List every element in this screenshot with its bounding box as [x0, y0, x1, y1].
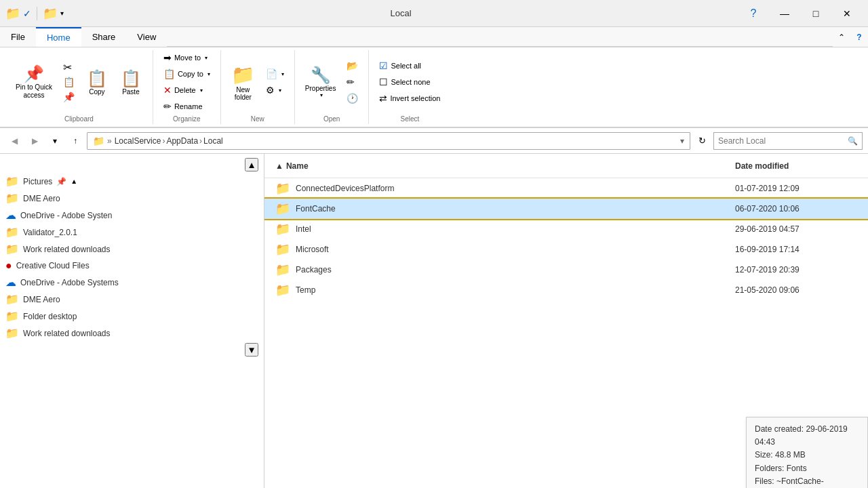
organize-label: Organize — [173, 115, 201, 124]
sidebar-item-creative-cloud[interactable]: ● Creative Cloud Files — [0, 258, 264, 274]
move-to-label: Move to — [174, 54, 201, 62]
file-name-fontcache: FontCache — [296, 204, 730, 214]
path-folder-icon: 📁 — [93, 136, 104, 146]
new-folder-button[interactable]: 📁 New folder — [226, 60, 260, 104]
move-to-icon: ➡ — [163, 52, 172, 63]
sidebar-item-dme-aero[interactable]: 📁 DME Aero — [0, 190, 264, 207]
sort-arrow-up: ▲ — [275, 161, 283, 171]
pin-icon: 📌 — [24, 64, 44, 83]
sort-date-header[interactable]: Date modified — [735, 161, 857, 171]
new-group: 📁 New folder 📄 ▾ ⚙ ▾ New — [221, 50, 295, 124]
path-part-2: AppData — [166, 136, 198, 146]
clipboard-group: 📌 Pin to Quick access ✂ 📋 📌 — [5, 50, 153, 124]
delete-button[interactable]: ✕ Delete ▾ — [159, 83, 215, 98]
paste-button[interactable]: 📋 Paste — [115, 60, 147, 104]
file-row-temp[interactable]: 📁 Temp 21-05-2020 09:06 — [264, 280, 868, 300]
move-to-button[interactable]: ➡ Move to ▾ — [159, 50, 215, 65]
tab-file[interactable]: File — [0, 27, 36, 47]
sidebar-item-dme-aero2[interactable]: 📁 DME Aero — [0, 291, 264, 308]
delete-dropdown: ▾ — [200, 87, 203, 94]
copy-button[interactable]: 📋 Copy — [81, 60, 113, 104]
invert-selection-button[interactable]: ⇄ Invert selection — [374, 91, 445, 106]
back-button[interactable]: ◀ — [5, 132, 23, 150]
maximize-button[interactable]: □ — [800, 3, 831, 24]
new-item-icon: 📄 — [266, 68, 277, 79]
sidebar-scroll-down-btn[interactable]: ▼ — [245, 343, 258, 357]
sidebar-item-onedrive-adobe[interactable]: ☁ OneDrive - Adobe Systen — [0, 207, 264, 224]
file-row-connected-devices[interactable]: 📁 ConnectedDevicesPlatform 01-07-2019 12… — [264, 178, 868, 199]
sidebar-item-scroll-up[interactable]: ▲ — [71, 178, 77, 185]
tab-share[interactable]: Share — [81, 27, 127, 47]
easy-access-icon: ⚙ — [266, 85, 275, 96]
minimize-button[interactable]: — — [769, 3, 800, 24]
file-icon-microsoft: 📁 — [275, 242, 290, 257]
title-bar-icon2: ✓ — [23, 8, 31, 19]
copy-label: Copy — [89, 88, 104, 96]
easy-access-button[interactable]: ⚙ ▾ — [261, 83, 289, 98]
search-input[interactable] — [718, 136, 848, 146]
new-folder-icon: 📁 — [231, 64, 255, 86]
close-button[interactable]: ✕ — [831, 3, 863, 24]
search-box: 🔍 — [713, 132, 863, 150]
copy-to-button[interactable]: 📋 Copy to ▾ — [159, 66, 215, 81]
new-item-button[interactable]: 📄 ▾ — [261, 66, 289, 81]
sidebar-item-icon-onedrive: ☁ — [5, 209, 16, 222]
ribbon-collapse-btn[interactable]: ⌃ — [833, 28, 850, 46]
tab-home[interactable]: Home — [36, 27, 81, 47]
sidebar-item-label-dme2: DME Aero — [23, 295, 60, 304]
sort-name-header[interactable]: ▲ Name — [275, 161, 735, 171]
rename-icon: ✏ — [163, 101, 172, 112]
pin-to-quick-access-button[interactable]: 📌 Pin to Quick access — [11, 60, 57, 104]
select-none-icon: ☐ — [379, 77, 388, 87]
help-ribbon-btn[interactable]: ? — [850, 28, 868, 46]
sidebar-item-work-downloads[interactable]: 📁 Work related downloads — [0, 241, 264, 258]
sidebar-item-validator[interactable]: 📁 Validator_2.0.1 — [0, 224, 264, 241]
path-dropdown-btn[interactable]: ▾ — [680, 136, 684, 146]
paste-shortcut-icon: 📌 — [63, 92, 75, 102]
title-bar: 📁 ✓ 📁 ▾ Local ? — □ ✕ — [0, 0, 868, 27]
select-group-items: ☑ Select all ☐ Select none ⇄ Invert sele… — [374, 50, 445, 114]
forward-button[interactable]: ▶ — [26, 132, 43, 150]
file-date-microsoft: 16-09-2019 17:14 — [735, 245, 857, 254]
ribbon-tabs: File Home Share View ⌃ ? — [0, 27, 868, 47]
file-row-fontcache[interactable]: 📁 FontCache 06-07-2020 10:06 — [264, 199, 868, 219]
sidebar-item-onedrive-adobe-systems[interactable]: ☁ OneDrive - Adobe Systems — [0, 274, 264, 291]
tooltip-size: Size: 48.8 MB — [755, 449, 859, 462]
file-icon-fontcache: 📁 — [275, 201, 290, 216]
sidebar-item-folder-desktop[interactable]: 📁 Folder desktop — [0, 308, 264, 325]
tab-view[interactable]: View — [126, 27, 167, 47]
search-icon[interactable]: 🔍 — [848, 136, 858, 146]
select-none-button[interactable]: ☐ Select none — [374, 75, 445, 89]
rename-button[interactable]: ✏ Rename — [159, 99, 215, 114]
file-date-connected: 01-07-2019 12:09 — [735, 184, 857, 193]
sidebar-item-pictures[interactable]: 📁 Pictures 📌 ▲ — [0, 173, 264, 190]
select-all-label: Select all — [391, 62, 421, 70]
file-row-intel[interactable]: 📁 Intel 29-06-2019 04:57 — [264, 219, 868, 239]
select-all-button[interactable]: ☑ Select all — [374, 58, 445, 73]
up-button[interactable]: ↑ — [66, 132, 84, 150]
help-button[interactable]: ? — [738, 3, 769, 24]
sidebar-item-label-work2: Work related downloads — [23, 329, 111, 338]
file-row-packages[interactable]: 📁 Packages 12-07-2019 20:39 — [264, 260, 868, 280]
sidebar-item-label-onedrive: OneDrive - Adobe Systen — [20, 211, 112, 220]
sidebar-scroll-up-btn[interactable]: ▲ — [245, 158, 258, 171]
new-label: New — [251, 115, 264, 124]
copy-path-button[interactable]: 📋 — [58, 75, 79, 89]
cut-button[interactable]: ✂ — [58, 60, 79, 75]
properties-button[interactable]: 🔧 Properties ▾ — [300, 60, 341, 104]
sidebar-item-label-folder-desktop: Folder desktop — [23, 312, 77, 321]
sort-bar: ▲ Name Date modified — [264, 154, 868, 178]
file-name-microsoft: Microsoft — [296, 245, 730, 254]
paste-shortcut-button[interactable]: 📌 — [58, 89, 79, 104]
recent-locations-button[interactable]: ▾ — [46, 132, 64, 150]
history-button[interactable]: 🕐 — [342, 91, 363, 106]
pin-label: Pin to Quick access — [16, 83, 52, 100]
file-icon-connected: 📁 — [275, 181, 290, 196]
refresh-button[interactable]: ↻ — [693, 132, 711, 150]
file-row-microsoft[interactable]: 📁 Microsoft 16-09-2019 17:14 — [264, 239, 868, 260]
edit-button[interactable]: ✏ — [342, 75, 363, 89]
address-path[interactable]: 📁 » LocalService › AppData › Local ▾ — [87, 132, 690, 150]
move-to-dropdown: ▾ — [205, 55, 208, 61]
sidebar-item-work-downloads2[interactable]: 📁 Work related downloads — [0, 325, 264, 342]
open-button[interactable]: 📂 — [342, 58, 363, 73]
